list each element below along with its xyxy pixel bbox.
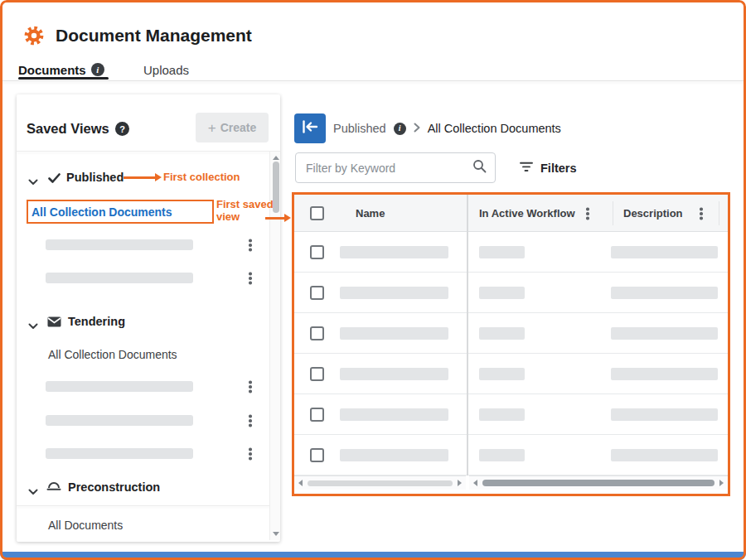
scroll-down-arrow-icon[interactable]: [273, 532, 279, 536]
sidebar-group-published[interactable]: Published: [66, 171, 124, 184]
saved-views-panel: Saved Views ? + Create Published All Col…: [17, 94, 280, 542]
info-badge-icon: i: [91, 63, 104, 76]
scroll-right-arrow-icon[interactable]: [458, 480, 462, 486]
redacted-view-name[interactable]: [46, 273, 193, 283]
chevron-right-icon: [414, 122, 420, 135]
check-icon: [48, 171, 61, 186]
redacted-description-cell: [611, 287, 718, 299]
redacted-description-cell: [611, 408, 718, 421]
redacted-workflow-cell: [479, 246, 525, 258]
search-input[interactable]: [306, 162, 472, 175]
create-view-button[interactable]: + Create: [196, 113, 269, 142]
row-checkbox[interactable]: [310, 448, 324, 462]
kebab-menu-icon[interactable]: [242, 269, 259, 287]
funnel-icon: [520, 161, 533, 176]
saved-views-title: Saved Views: [27, 121, 109, 137]
tabs-divider: [0, 80, 746, 81]
redacted-view-name[interactable]: [46, 239, 193, 250]
row-checkbox[interactable]: [310, 326, 324, 340]
redacted-view-name[interactable]: [46, 381, 193, 392]
filters-label: Filters: [540, 162, 577, 175]
collapse-sidebar-button[interactable]: [294, 113, 326, 143]
sidebar-group-preconstruction[interactable]: Preconstruction: [68, 480, 160, 494]
breadcrumb: Published i All Collection Documents: [333, 121, 561, 136]
annotation-arrow-head: [284, 214, 291, 222]
redacted-workflow-cell: [479, 368, 525, 380]
kebab-menu-icon[interactable]: [242, 412, 259, 430]
select-all-checkbox[interactable]: [310, 206, 324, 220]
kebab-menu-icon[interactable]: [242, 445, 259, 463]
chevron-down-icon[interactable]: [28, 318, 38, 325]
tab-documents[interactable]: Documents i: [18, 61, 104, 78]
scroll-left-arrow-icon[interactable]: [298, 480, 303, 486]
frozen-column-divider: [467, 195, 468, 476]
table-horizontal-scrollbar-left[interactable]: [294, 476, 466, 490]
sidebar-header-divider: [17, 151, 280, 152]
breadcrumb-current: All Collection Documents: [428, 122, 561, 135]
redacted-view-name[interactable]: [46, 448, 193, 459]
mail-icon: [47, 316, 61, 331]
collapse-left-icon: [302, 120, 318, 137]
column-menu-icon[interactable]: [693, 205, 710, 223]
row-checkbox[interactable]: [310, 286, 324, 300]
plus-icon: +: [208, 121, 216, 135]
filters-button[interactable]: Filters: [520, 161, 577, 176]
breadcrumb-collection[interactable]: Published: [333, 122, 386, 135]
help-badge-icon[interactable]: ?: [115, 122, 129, 136]
gear-icon: [23, 25, 45, 46]
chevron-down-icon[interactable]: [28, 174, 38, 181]
kebab-menu-icon[interactable]: [242, 236, 259, 254]
column-separator: [613, 201, 613, 225]
table-row[interactable]: [294, 435, 728, 476]
table-header-row: Name In Active Workflow Description: [294, 195, 728, 232]
row-checkbox[interactable]: [310, 408, 324, 422]
redacted-name-cell: [340, 408, 448, 421]
sidebar-group-tendering[interactable]: Tendering: [68, 315, 125, 328]
sidebar-item-all-collection-documents[interactable]: All Collection Documents: [48, 348, 177, 361]
redacted-view-name[interactable]: [46, 415, 193, 426]
kebab-menu-icon[interactable]: [242, 378, 259, 396]
sidebar-item-all-documents[interactable]: All Documents: [48, 519, 123, 532]
chevron-down-icon[interactable]: [28, 484, 38, 490]
table-row[interactable]: [294, 273, 728, 313]
redacted-workflow-cell: [479, 449, 525, 461]
redacted-description-cell: [611, 449, 718, 461]
redacted-workflow-cell: [479, 408, 525, 421]
active-tab-underline: [18, 77, 109, 80]
tab-documents-label: Documents: [18, 63, 86, 77]
keyword-search: [295, 152, 496, 183]
redacted-description-cell: [611, 246, 718, 258]
row-checkbox[interactable]: [310, 367, 324, 381]
scrollbar-thumb[interactable]: [482, 480, 715, 486]
redacted-workflow-cell: [479, 287, 525, 299]
scrollbar-thumb[interactable]: [308, 480, 453, 486]
page-title: Document Management: [56, 26, 252, 46]
redacted-name-cell: [340, 246, 448, 258]
table-row[interactable]: [294, 354, 728, 394]
sidebar-scrollbar[interactable]: [269, 152, 280, 540]
scroll-up-arrow-icon[interactable]: [273, 156, 279, 160]
magnifier-icon: [472, 159, 487, 176]
redacted-workflow-cell: [479, 327, 525, 340]
scroll-right-arrow-icon[interactable]: [719, 480, 724, 486]
redacted-description-cell: [611, 327, 718, 340]
table-row[interactable]: [294, 313, 728, 354]
table-horizontal-scrollbar-right[interactable]: [469, 476, 728, 490]
redacted-description-cell: [611, 368, 718, 380]
column-separator: [719, 201, 719, 225]
table-body: [294, 232, 728, 476]
tab-uploads[interactable]: Uploads: [143, 63, 189, 77]
table-row[interactable]: [294, 394, 728, 435]
row-checkbox[interactable]: [310, 245, 324, 259]
column-menu-icon[interactable]: [579, 205, 596, 223]
table-row[interactable]: [294, 232, 728, 273]
scroll-left-arrow-icon[interactable]: [473, 480, 477, 486]
column-header-name: Name: [356, 207, 385, 220]
bottom-window-strip: [0, 552, 746, 560]
app-window: Document Management Documents i Uploads …: [0, 0, 746, 560]
sidebar-section-divider: [17, 505, 280, 506]
scrollbar-thumb[interactable]: [273, 162, 279, 213]
sidebar-item-all-collection-documents-selected[interactable]: All Collection Documents: [31, 205, 172, 219]
create-button-label: Create: [220, 121, 257, 134]
info-badge-icon[interactable]: i: [394, 123, 406, 135]
